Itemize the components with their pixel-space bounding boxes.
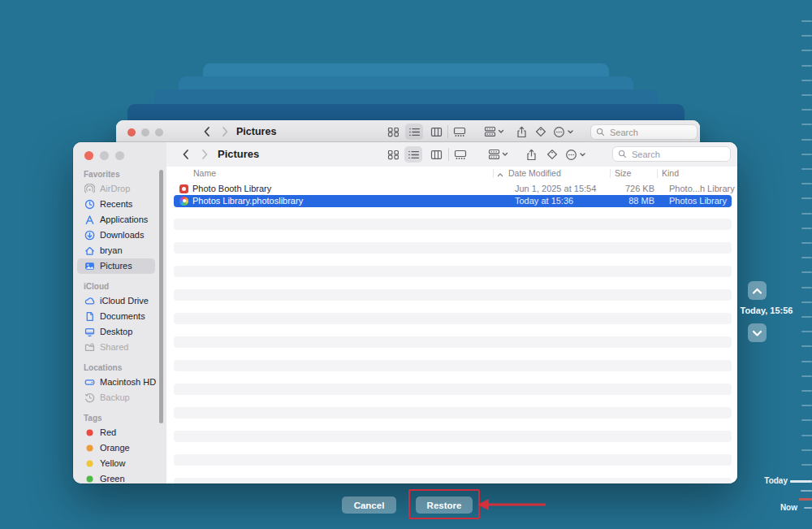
sidebar-item-downloads[interactable]: Downloads bbox=[77, 228, 155, 243]
search-field[interactable] bbox=[612, 146, 731, 162]
timeline-tick[interactable] bbox=[801, 154, 812, 155]
sidebar-item-label: Red bbox=[100, 425, 116, 440]
timeline-tick[interactable] bbox=[801, 94, 812, 96]
close-button[interactable] bbox=[84, 151, 93, 160]
column-view-icon[interactable] bbox=[427, 124, 445, 140]
zoom-button[interactable] bbox=[155, 128, 163, 137]
timeline-tick[interactable] bbox=[801, 301, 812, 303]
chevron-up-icon bbox=[752, 284, 762, 298]
timeline-tick[interactable] bbox=[801, 464, 812, 466]
column-header-size[interactable]: Size bbox=[615, 168, 631, 178]
timeline-tick[interactable] bbox=[801, 20, 812, 22]
sidebar-item-documents[interactable]: Documents bbox=[77, 309, 155, 324]
timeline-tick[interactable] bbox=[801, 35, 812, 37]
timeline-tick[interactable] bbox=[801, 197, 812, 199]
gallery-view-icon[interactable] bbox=[451, 124, 469, 140]
icon-view-icon[interactable] bbox=[384, 146, 402, 163]
sort-ascending-icon[interactable] bbox=[497, 170, 503, 180]
timeline-tick[interactable] bbox=[801, 65, 812, 67]
timeline-tick[interactable] bbox=[801, 168, 812, 170]
sidebar-item-label: Desktop bbox=[100, 324, 132, 340]
sidebar-item-desktop[interactable]: Desktop bbox=[77, 324, 155, 340]
snapshot-back-button[interactable] bbox=[748, 281, 767, 300]
column-header-kind[interactable]: Kind bbox=[662, 168, 679, 178]
timeline-tick[interactable] bbox=[801, 139, 812, 141]
timeline-tick[interactable] bbox=[801, 390, 812, 392]
sidebar-item-macintosh-hd[interactable]: Macintosh HD bbox=[77, 375, 155, 390]
timeline-tick[interactable] bbox=[801, 419, 812, 421]
snapshot-timestamp: Today, 15:56 bbox=[728, 306, 806, 315]
timeline-tick[interactable] bbox=[801, 109, 812, 111]
gallery-view-icon[interactable] bbox=[451, 146, 469, 163]
sidebar-item-yellow[interactable]: Yellow bbox=[77, 456, 155, 471]
timeline-now-tick[interactable] bbox=[804, 507, 812, 509]
sidebar-item-airdrop[interactable]: AirDrop bbox=[77, 181, 155, 197]
group-by-icon[interactable] bbox=[483, 124, 506, 140]
timeline-backup-tick[interactable] bbox=[799, 498, 812, 501]
sidebar-item-applications[interactable]: Applications bbox=[77, 212, 155, 228]
forward-icon[interactable] bbox=[216, 124, 234, 140]
timeline-tick[interactable] bbox=[801, 124, 812, 125]
timeline-today-tick[interactable] bbox=[790, 480, 812, 483]
sidebar-item-icloud-drive[interactable]: iCloud Drive bbox=[77, 293, 155, 309]
timeline-tick[interactable] bbox=[801, 242, 812, 244]
timeline-tick[interactable] bbox=[801, 271, 812, 273]
more-actions-icon[interactable] bbox=[552, 124, 575, 140]
group-by-icon[interactable] bbox=[487, 146, 510, 163]
sidebar-item-red[interactable]: Red bbox=[77, 425, 155, 440]
file-row-2[interactable]: Photos Library.photoslibraryToday at 15:… bbox=[174, 195, 732, 207]
timeline-tick[interactable] bbox=[801, 331, 812, 332]
list-header: Name Date Modified Size Kind bbox=[166, 167, 737, 181]
search-input[interactable] bbox=[630, 149, 725, 160]
sidebar-item-shared[interactable]: Shared bbox=[77, 340, 155, 355]
list-view-icon[interactable] bbox=[404, 146, 422, 163]
timeline-tick[interactable] bbox=[801, 257, 812, 258]
timeline-tick[interactable] bbox=[801, 50, 812, 51]
file-list: Photo Booth LibraryJun 1, 2025 at 15:547… bbox=[166, 180, 737, 483]
minimize-button[interactable] bbox=[141, 128, 149, 137]
close-button[interactable] bbox=[127, 128, 136, 137]
column-view-icon[interactable] bbox=[427, 146, 445, 163]
timeline-tick[interactable] bbox=[801, 183, 812, 184]
share-icon[interactable] bbox=[512, 124, 530, 140]
column-header-date-modified[interactable]: Date Modified bbox=[508, 168, 561, 178]
sidebar-item-green[interactable]: Green bbox=[77, 471, 155, 483]
timeline-tick[interactable] bbox=[801, 345, 812, 347]
file-row-1[interactable]: Photo Booth LibraryJun 1, 2025 at 15:547… bbox=[174, 183, 732, 195]
timeline-tick[interactable] bbox=[801, 80, 812, 81]
column-header-name[interactable]: Name bbox=[193, 168, 216, 178]
search-field[interactable] bbox=[590, 124, 698, 140]
sidebar-item-pictures[interactable]: Pictures bbox=[77, 258, 155, 274]
timeline-tick[interactable] bbox=[801, 490, 812, 492]
zoom-button[interactable] bbox=[115, 151, 124, 160]
sidebar-scrollbar[interactable] bbox=[159, 170, 163, 423]
sidebar-item-backup[interactable]: Backup bbox=[77, 390, 155, 405]
timeline-tick[interactable] bbox=[801, 405, 812, 406]
finder-window[interactable]: FavoritesAirDropRecentsApplicationsDownl… bbox=[73, 142, 737, 483]
timeline-tick[interactable] bbox=[801, 213, 812, 215]
sidebar-item-bryan[interactable]: bryan bbox=[77, 243, 155, 258]
list-view-icon[interactable] bbox=[405, 124, 423, 140]
tag-icon[interactable] bbox=[532, 124, 550, 140]
snapshot-forward-button[interactable] bbox=[748, 323, 767, 342]
more-actions-icon[interactable] bbox=[564, 146, 587, 163]
sidebar-item-orange[interactable]: Orange bbox=[77, 440, 155, 456]
search-input[interactable] bbox=[608, 127, 692, 138]
share-icon[interactable] bbox=[522, 146, 540, 163]
timeline-tick[interactable] bbox=[801, 375, 812, 377]
cancel-button[interactable]: Cancel bbox=[342, 496, 396, 514]
back-icon[interactable] bbox=[197, 124, 215, 140]
minimize-button[interactable] bbox=[100, 151, 109, 160]
back-icon[interactable] bbox=[176, 146, 194, 163]
timeline-tick[interactable] bbox=[801, 449, 812, 451]
tag-icon[interactable] bbox=[543, 146, 561, 163]
timeline-tick[interactable] bbox=[801, 316, 812, 318]
icon-view-icon[interactable] bbox=[384, 124, 402, 140]
timeline-tick[interactable] bbox=[801, 361, 812, 362]
sidebar-section-label: Tags bbox=[84, 414, 159, 423]
timeline-tick[interactable] bbox=[801, 287, 812, 288]
forward-icon[interactable] bbox=[196, 146, 214, 163]
timeline-tick[interactable] bbox=[801, 435, 812, 436]
timeline-tick[interactable] bbox=[801, 228, 812, 229]
sidebar-item-recents[interactable]: Recents bbox=[77, 197, 155, 212]
